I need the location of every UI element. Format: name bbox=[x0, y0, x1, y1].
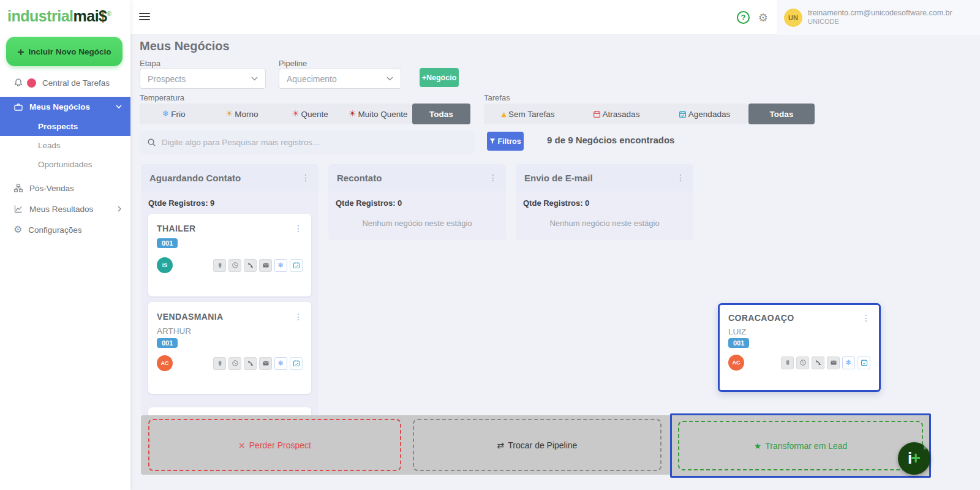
card-menu-icon[interactable]: ⋮ bbox=[294, 224, 303, 233]
dragged-deal-card-coracaoaco[interactable]: CORACAOAÇO ⋮ LUIZ 001 AC ❄ bbox=[718, 303, 881, 392]
column-header: Envio de E-mail ⋮ bbox=[516, 164, 693, 191]
tarefas-option-agendadas[interactable]: Agendadas bbox=[660, 110, 748, 119]
card-menu-icon[interactable]: ⋮ bbox=[862, 313, 870, 323]
sun-icon: ☀ bbox=[225, 110, 233, 118]
exchange-icon: ⇄ bbox=[497, 441, 505, 450]
envelope-icon[interactable] bbox=[827, 356, 840, 369]
whatsapp-icon[interactable] bbox=[228, 259, 241, 272]
sun-icon: ☀ bbox=[349, 110, 356, 118]
deal-card-vendasmania[interactable]: VENDASMANIA ⋮ ARTHUR 001 AC ❄ bbox=[148, 302, 311, 394]
column-body: Qtde Registros: 0 Nenhum negócio neste e… bbox=[516, 191, 693, 240]
dropzone-label: Perder Prospect bbox=[249, 440, 311, 450]
kanban-column-recontato: Recontato ⋮ Qtde Registros: 0 Nenhum neg… bbox=[328, 164, 506, 240]
temp-option-quente[interactable]: ☀ Quente bbox=[276, 110, 344, 119]
temp-quente-label: Quente bbox=[301, 110, 328, 119]
envelope-icon[interactable] bbox=[259, 357, 272, 370]
phone-icon[interactable] bbox=[244, 357, 257, 370]
sem-tarefas-label: Sem Tarefas bbox=[508, 110, 555, 119]
add-negocio-button[interactable]: +Negócio bbox=[420, 68, 459, 87]
filtros-button[interactable]: Filtros bbox=[487, 132, 524, 151]
sidebar-item-prospects[interactable]: Prospects bbox=[0, 117, 130, 136]
new-deal-label: Incluir Novo Negócio bbox=[29, 47, 111, 56]
paperclip-icon[interactable] bbox=[213, 357, 226, 370]
kanban-column-envio-email: Envio de E-mail ⋮ Qtde Registros: 0 Nenh… bbox=[516, 164, 693, 240]
sitemap-icon bbox=[13, 183, 23, 193]
gear-icon: ⚙ bbox=[13, 225, 22, 235]
temp-option-muito-quente[interactable]: ☀ Muito Quente bbox=[344, 110, 412, 119]
snowflake-icon[interactable]: ❄ bbox=[274, 259, 287, 272]
dropzone-transformar-lead[interactable]: ★ Transformar em Lead bbox=[678, 421, 923, 470]
plus-icon: + bbox=[17, 46, 24, 58]
sidebar-item-configuracoes[interactable]: ⚙ Configurações bbox=[0, 219, 130, 240]
crm-app: industrialmai$® + Incluir Novo Negócio C… bbox=[0, 0, 980, 490]
chevron-right-icon bbox=[118, 206, 122, 212]
search-bar bbox=[140, 131, 474, 154]
sidebar-item-meus-resultados[interactable]: Meus Resultados bbox=[0, 198, 130, 219]
active-menu-group: Meus Negócios Prospects bbox=[0, 97, 130, 136]
temp-option-morno[interactable]: ☀ Morno bbox=[208, 110, 276, 119]
column-title: Aguardando Contato bbox=[149, 173, 241, 183]
new-deal-button[interactable]: + Incluir Novo Negócio bbox=[6, 37, 123, 66]
configuracoes-label: Configurações bbox=[28, 225, 81, 235]
calendar-icon[interactable] bbox=[858, 356, 870, 369]
tarefas-option-atrasadas[interactable]: Atrasadas bbox=[572, 110, 660, 119]
user-email: treinamento.crm@unicodesoftware.com.br bbox=[808, 9, 952, 18]
card-badge: 001 bbox=[728, 338, 749, 348]
empty-state-text: Nenhum negócio neste estágio bbox=[523, 208, 686, 232]
registered-mark: ® bbox=[924, 446, 927, 450]
search-input[interactable] bbox=[162, 138, 467, 147]
snowflake-icon[interactable]: ❄ bbox=[274, 357, 287, 370]
paperclip-icon[interactable] bbox=[781, 356, 794, 369]
whatsapp-icon[interactable] bbox=[796, 356, 809, 369]
column-body: Qtde Registros: 0 Nenhum negócio neste e… bbox=[328, 191, 506, 240]
menu-toggle-icon[interactable] bbox=[139, 13, 150, 22]
star-icon: ★ bbox=[754, 442, 762, 450]
dropzone-perder-prospect[interactable]: × Perder Prospect bbox=[148, 419, 401, 471]
envelope-icon[interactable] bbox=[259, 259, 272, 272]
sidebar-item-pos-vendas[interactable]: Pós-Vendas bbox=[0, 178, 130, 198]
column-menu-icon[interactable]: ⋮ bbox=[676, 173, 685, 183]
calendar-icon[interactable] bbox=[290, 357, 303, 370]
column-menu-icon[interactable]: ⋮ bbox=[301, 173, 310, 183]
atrasadas-label: Atrasadas bbox=[603, 110, 640, 119]
whatsapp-icon[interactable] bbox=[228, 357, 241, 370]
sidebar-item-central-tarefas[interactable]: Central de Tarefas bbox=[0, 72, 130, 93]
card-avatar: AC bbox=[728, 355, 744, 371]
phone-icon[interactable] bbox=[812, 356, 824, 369]
brand-fab-button[interactable]: i + ® bbox=[898, 442, 930, 475]
paperclip-icon[interactable] bbox=[213, 259, 226, 272]
snowflake-icon[interactable]: ❄ bbox=[842, 356, 855, 369]
card-title: VENDASMANIA bbox=[157, 312, 224, 322]
card-contact: LUIZ bbox=[728, 327, 870, 336]
sidebar-item-oportunidades[interactable]: Oportunidades bbox=[0, 155, 130, 174]
tarefas-option-sem-tarefas[interactable]: ▲ Sem Tarefas bbox=[484, 110, 572, 119]
tarefas-filter: ▲ Sem Tarefas Atrasadas Agendadas Todas bbox=[484, 104, 815, 124]
card-menu-icon[interactable]: ⋮ bbox=[294, 312, 303, 322]
pipeline-select[interactable]: Aquecimento bbox=[279, 69, 401, 89]
temp-option-frio[interactable]: ❄ Frio bbox=[140, 110, 208, 119]
column-menu-icon[interactable]: ⋮ bbox=[489, 173, 497, 183]
sidebar-item-leads[interactable]: Leads bbox=[0, 136, 130, 155]
user-menu[interactable]: UN treinamento.crm@unicodesoftware.com.b… bbox=[777, 0, 980, 35]
deal-card-thailer[interactable]: THAILER ⋮ 001 IS ❄ bbox=[148, 214, 311, 296]
temp-muito-quente-label: Muito Quente bbox=[358, 110, 407, 119]
help-icon[interactable]: ? bbox=[737, 11, 750, 24]
chevron-down-icon bbox=[116, 105, 122, 109]
temp-morno-label: Morno bbox=[235, 110, 258, 119]
phone-icon[interactable] bbox=[244, 259, 257, 272]
dropzone-trocar-pipeline[interactable]: ⇄ Trocar de Pipeline bbox=[413, 419, 662, 471]
temperatura-filter: ❄ Frio ☀ Morno ☀ Quente ☀ Muito Quente T… bbox=[140, 104, 470, 124]
column-count: Qtde Registros: 9 bbox=[148, 198, 311, 208]
calendar-red-icon bbox=[593, 110, 601, 118]
etapa-select[interactable]: Prospects bbox=[140, 69, 266, 89]
sidebar-item-meus-negocios[interactable]: Meus Negócios bbox=[0, 97, 130, 117]
settings-gear-icon[interactable]: ⚙ bbox=[758, 12, 768, 23]
close-icon: × bbox=[238, 441, 246, 450]
card-title: THAILER bbox=[157, 224, 195, 233]
dropzone-label: Transformar em Lead bbox=[765, 441, 847, 451]
chevron-down-icon bbox=[386, 77, 393, 81]
calendar-icon[interactable] bbox=[290, 259, 303, 272]
temp-option-todas-selected[interactable]: Todas bbox=[412, 104, 470, 124]
column-body: Qtde Registros: 9 THAILER ⋮ 001 IS bbox=[141, 191, 318, 417]
tarefas-option-todas-selected[interactable]: Todas bbox=[748, 104, 815, 124]
